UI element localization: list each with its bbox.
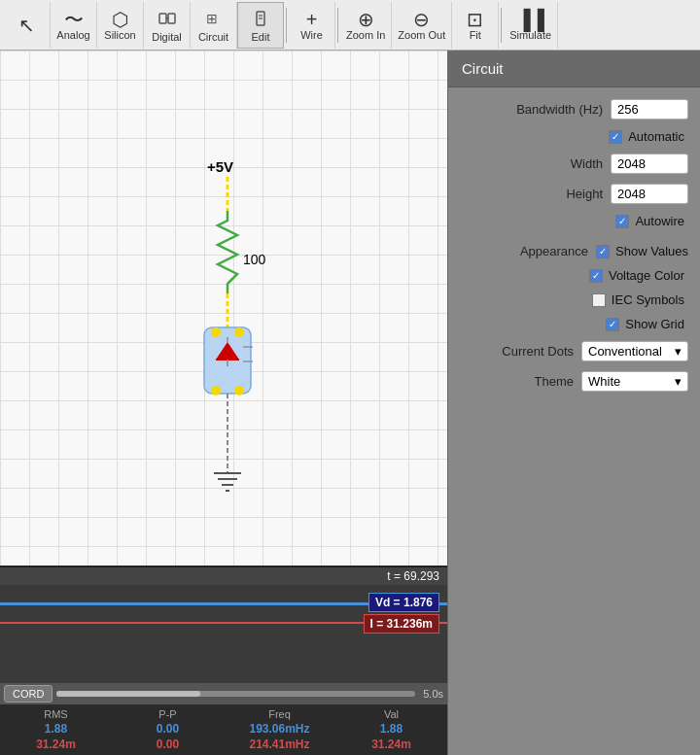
bandwidth-row: Bandwidth (Hz) 256 [460, 99, 688, 120]
automatic-label: Automatic [628, 129, 684, 144]
theme-dropdown-arrow-icon: ▾ [675, 374, 682, 389]
iec-symbols-checkbox-row: IEC Symbols [592, 292, 684, 307]
digital-icon [157, 8, 178, 31]
val-red: 31.24m [371, 738, 411, 751]
circuit-label: Circuit [198, 31, 228, 43]
iec-symbols-checkbox[interactable] [592, 293, 606, 307]
theme-dropdown[interactable]: White ▾ [581, 371, 688, 392]
metrics-row: RMS 1.88 31.24m P-P 0.00 0.00 Freq 193.0… [0, 704, 447, 755]
show-grid-row: ✓ Show Grid [460, 317, 688, 331]
voltage-label: +5V [207, 158, 233, 175]
bandwidth-label: Bandwidth (Hz) [496, 102, 603, 117]
svg-rect-0 [159, 14, 166, 23]
edit-label: Edit [252, 31, 270, 43]
silicon-label: Silicon [104, 29, 135, 41]
analog-icon: 〜 [64, 10, 84, 29]
width-label: Width [496, 156, 603, 171]
toolbar: ↖ 〜 Analog ⬡ Silicon Digital ⊞ Circuit E… [0, 0, 700, 51]
zoom-in-tool[interactable]: ⊕ Zoom In [340, 2, 392, 49]
zoom-out-icon: ⊖ [413, 10, 430, 29]
current-dots-label: Current Dots [467, 344, 574, 359]
digital-label: Digital [152, 31, 182, 43]
width-input[interactable]: 2048 [611, 154, 688, 174]
zoom-in-icon: ⊕ [358, 10, 374, 29]
circuit-svg: +5V 100 [0, 51, 447, 566]
time-slider[interactable] [56, 691, 415, 697]
autowire-checkbox-row: ✓ Autowire [615, 214, 684, 228]
automatic-checkbox[interactable]: ✓ [609, 130, 622, 144]
show-grid-checkbox[interactable]: ✓ [606, 318, 619, 331]
svg-point-17 [211, 386, 221, 395]
val-label: Val [384, 708, 399, 720]
metrics-pp: P-P 0.00 0.00 [112, 708, 224, 751]
show-values-checkbox[interactable]: ✓ [596, 245, 610, 258]
analog-tool[interactable]: 〜 Analog [51, 2, 97, 49]
bandwidth-input[interactable]: 256 [611, 99, 688, 120]
zoom-in-label: Zoom In [346, 29, 385, 41]
fit-tool[interactable]: ⊡ Fit [452, 2, 499, 49]
time-value-label: 5.0s [423, 688, 443, 700]
main-layout: +5V 100 [0, 51, 700, 755]
svg-point-16 [234, 327, 244, 337]
automatic-checkbox-row: ✓ Automatic [609, 129, 684, 144]
i-badge: I = 31.236m [364, 614, 439, 634]
silicon-tool[interactable]: ⬡ Silicon [97, 2, 144, 49]
analog-label: Analog [56, 29, 89, 41]
controls-row: CORD 5.0s [0, 683, 447, 704]
wire-label: Wire [300, 29, 323, 41]
cursor-tool[interactable]: ↖ [4, 2, 51, 49]
svg-text:100: 100 [243, 252, 266, 267]
zoom-out-tool[interactable]: ⊖ Zoom Out [392, 2, 452, 49]
freq-blue: 193.06mHz [249, 722, 309, 736]
current-dots-row: Current Dots Conventional ▾ [460, 341, 688, 361]
pp-label: P-P [158, 708, 176, 720]
autowire-label: Autowire [635, 214, 684, 228]
autowire-checkbox[interactable]: ✓ [615, 215, 629, 228]
appearance-row: Appearance ✓ Show Values [460, 244, 688, 258]
svg-rect-1 [168, 14, 175, 23]
current-dots-dropdown[interactable]: Conventional ▾ [581, 341, 688, 361]
appearance-label: Appearance [481, 244, 588, 258]
height-input[interactable]: 2048 [611, 184, 688, 204]
right-panel: Circuit Bandwidth (Hz) 256 ✓ Automatic [447, 51, 700, 755]
digital-tool[interactable]: Digital [144, 2, 191, 49]
autowire-row: ✓ Autowire [460, 214, 688, 228]
panel-content: Bandwidth (Hz) 256 ✓ Automatic Width 20 [448, 87, 700, 403]
vd-badge: Vd = 1.876 [368, 593, 439, 612]
silicon-icon: ⬡ [112, 10, 128, 29]
wire-icon: + [306, 10, 318, 29]
svg-point-15 [211, 327, 221, 337]
wire-tool[interactable]: + Wire [289, 2, 335, 49]
iec-symbols-label: IEC Symbols [612, 292, 684, 307]
svg-text:⊞: ⊞ [206, 11, 218, 26]
metrics-val: Val 1.88 31.24m [335, 708, 447, 751]
val-blue: 1.88 [380, 722, 402, 736]
show-grid-label: Show Grid [625, 317, 684, 331]
svg-point-18 [234, 386, 244, 395]
scope-lines: Vd = 1.876 I = 31.236m [0, 585, 447, 683]
zoom-out-label: Zoom Out [398, 29, 445, 41]
record-button[interactable]: CORD [4, 685, 52, 703]
voltage-color-checkbox[interactable]: ✓ [589, 269, 603, 283]
rms-blue: 1.88 [45, 722, 67, 736]
metrics-freq: Freq 193.06mHz 214.41mHz [224, 708, 335, 751]
time-value: t = 69.293 [387, 569, 439, 583]
fit-label: Fit [470, 29, 481, 41]
voltage-color-row: ✓ Voltage Color [460, 268, 688, 283]
iec-symbols-row: IEC Symbols [460, 292, 688, 307]
simulate-label: Simulate [509, 29, 551, 41]
circuit-canvas[interactable]: +5V 100 [0, 51, 447, 566]
theme-label: Theme [467, 374, 574, 389]
freq-label: Freq [268, 708, 291, 720]
time-display: t = 69.293 [0, 567, 447, 585]
pp-red: 0.00 [157, 738, 179, 751]
dropdown-arrow-icon: ▾ [675, 344, 682, 359]
theme-row: Theme White ▾ [460, 371, 688, 392]
simulate-icon: ▐▐ [516, 10, 543, 29]
height-row: Height 2048 [460, 184, 688, 204]
circuit-tool[interactable]: ⊞ Circuit [191, 2, 237, 49]
simulate-tool[interactable]: ▐▐ Simulate [504, 2, 558, 49]
metrics-rms: RMS 1.88 31.24m [0, 708, 112, 751]
height-label: Height [496, 187, 603, 201]
edit-tool[interactable]: Edit [237, 2, 284, 49]
